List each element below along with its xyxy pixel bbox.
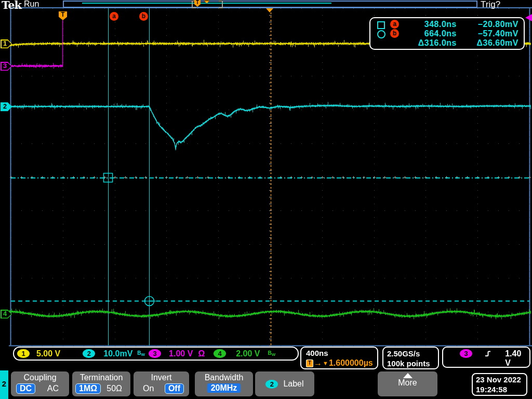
timebase-trigger-icon: T xyxy=(306,360,313,367)
channel4-badge[interactable]: 4 xyxy=(214,349,226,358)
timebase-arrow-icon: → xyxy=(314,358,322,368)
preview-window-bracket-right xyxy=(219,1,223,8)
menu-channel-tab[interactable]: 2 xyxy=(0,370,8,399)
expansion-point-triangle-icon[interactable] xyxy=(266,8,273,12)
channel3-badge[interactable]: 3 xyxy=(149,349,161,358)
channel1-badge[interactable]: 1 xyxy=(17,349,30,358)
channel4-marker-label: 4 xyxy=(1,310,9,318)
more-button[interactable]: More xyxy=(378,371,437,396)
cursor-readout-panel: a 348.0ns −20.80mV b 664.0ns −57.40mV Δ3… xyxy=(369,17,525,50)
cursor-a-badge[interactable]: a xyxy=(110,12,118,21)
timebase-delay-row: T → ▼ 1.600000µs xyxy=(306,358,377,368)
cursor-a-square-icon xyxy=(377,21,385,29)
trigger-source-badge: 3 xyxy=(460,349,472,358)
termination-button[interactable]: Termination 1MΩ 50Ω xyxy=(72,371,130,396)
termination-50ohm-option[interactable]: 50Ω xyxy=(102,384,126,393)
acquisition-status: Run xyxy=(24,0,39,9)
waveform-display xyxy=(0,0,532,399)
label-button[interactable]: 2 Label xyxy=(255,371,314,396)
sample-rate: 2.50GS/s xyxy=(387,349,438,358)
timebase-readout: 400ns T → ▼ 1.600000µs xyxy=(300,347,378,369)
termination-1mohm-option[interactable]: 1MΩ xyxy=(75,383,101,394)
more-up-triangle-icon xyxy=(403,373,413,378)
channel2-badge[interactable]: 2 xyxy=(83,349,95,358)
invert-on-option[interactable]: On xyxy=(139,384,158,393)
channel2-marker-label: 2 xyxy=(1,102,9,111)
trigger-status: Trig? xyxy=(481,0,500,10)
timebase-ref-triangle-icon: ▼ xyxy=(323,360,328,366)
trigger-level: 1.40 V xyxy=(505,349,524,368)
label-button-text: Label xyxy=(283,379,303,389)
datetime-display: 23 Nov 2022 19:24:58 xyxy=(472,373,527,396)
record-length: 100k points xyxy=(387,358,438,368)
channel-scale-readout-bar: 1 5.00 V 2 10.0mV BW 3 1.00 V Ω 4 2.00 V… xyxy=(13,347,299,361)
tek-logo: Tek xyxy=(2,0,21,11)
acquisition-readout: 2.50GS/s 100k points xyxy=(382,347,439,369)
bandwidth-value[interactable]: 20MHz xyxy=(207,383,241,393)
time-text: 19:24:58 xyxy=(476,384,526,394)
cursor-a-row-badge: a xyxy=(390,20,399,29)
timebase-scale: 400ns xyxy=(306,349,377,357)
cursor-b-circle-icon xyxy=(377,30,385,38)
channel3-scale: 1.00 V xyxy=(169,349,193,358)
cursor-a-voltage: −20.80mV xyxy=(457,20,518,29)
cursor-delta-time: Δ316.0ns xyxy=(404,38,457,48)
cursor-a-time: 348.0ns xyxy=(404,20,457,29)
preview-expansion-triangle-icon xyxy=(204,1,209,4)
channel1-marker-label: 1 xyxy=(1,39,9,48)
channel3-marker-label: 3 xyxy=(1,62,9,71)
bandwidth-title: Bandwidth xyxy=(195,373,253,382)
bandwidth-button[interactable]: Bandwidth 20MHz xyxy=(195,371,253,396)
channel4-bandwidth-limit-icon: BW xyxy=(268,350,275,357)
cursor-b-badge[interactable]: b xyxy=(139,12,148,21)
timebase-delay-value: 1.600000µs xyxy=(329,358,373,368)
invert-off-option[interactable]: Off xyxy=(165,383,184,394)
coupling-button[interactable]: Coupling DC AC xyxy=(11,371,69,396)
channel2-scale: 10.0mV xyxy=(103,349,132,358)
invert-title: Invert xyxy=(134,373,189,382)
channel1-scale: 5.00 V xyxy=(36,349,60,358)
channel2-bandwidth-limit-icon: BW xyxy=(137,350,145,357)
cursor-b-time: 664.0ns xyxy=(404,29,457,38)
more-button-text: More xyxy=(378,378,437,388)
coupling-dc-option[interactable]: DC xyxy=(16,383,35,394)
trigger-slope-rising-icon xyxy=(485,350,490,358)
coupling-title: Coupling xyxy=(11,373,69,382)
channel3-impedance: Ω xyxy=(198,349,205,358)
termination-title: Termination xyxy=(72,373,130,382)
date-text: 23 Nov 2022 xyxy=(476,375,526,384)
label-channel-badge: 2 xyxy=(265,380,278,389)
cursor-delta-voltage: Δ36.60mV xyxy=(457,38,518,48)
cursor-b-row-badge: b xyxy=(390,29,399,38)
trigger-level-arrow-icon[interactable] xyxy=(525,14,532,21)
coupling-ac-option[interactable]: AC xyxy=(43,384,63,393)
trigger-readout: 3 1.40 V xyxy=(442,347,530,368)
cursor-b-voltage: −57.40mV xyxy=(457,29,518,38)
invert-button[interactable]: Invert On Off xyxy=(134,371,189,396)
channel4-scale: 2.00 V xyxy=(236,349,260,358)
